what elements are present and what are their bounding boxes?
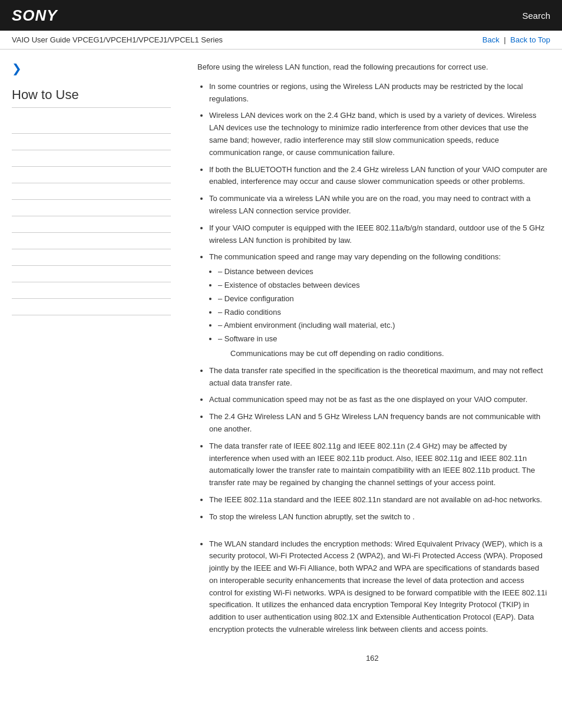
list-item: To stop the wireless LAN function abrupt… (209, 511, 547, 523)
page-number: 162 (366, 654, 379, 663)
page-title: VAIO User Guide VPCEG1/VPCEH1/VPCEJ1/VPC… (12, 35, 223, 44)
search-button[interactable]: Search (522, 11, 550, 21)
header: SONY Search (0, 0, 562, 31)
list-item-with-subbullets: The communication speed and range may va… (209, 251, 547, 360)
list-item: To communicate via a wireless LAN while … (209, 193, 547, 218)
sidebar-item[interactable] (12, 134, 171, 150)
sidebar-item[interactable] (12, 249, 171, 266)
sub-list: Distance between devices Existence of ob… (209, 266, 547, 345)
sidebar-item[interactable] (12, 150, 171, 167)
sidebar-item[interactable] (12, 117, 171, 134)
main-container: ❯ How to Use Before using the wireless L… (0, 50, 562, 686)
list-item: If your VAIO computer is equipped with t… (209, 222, 547, 247)
wlan-list: The WLAN standard includes the encryptio… (197, 538, 547, 636)
nav-bar: VAIO User Guide VPCEG1/VPCEH1/VPCEJ1/VPC… (0, 31, 562, 50)
list-item: The IEEE 802.11a standard and the IEEE 8… (209, 494, 547, 506)
sony-logo: SONY (12, 6, 58, 25)
sidebar-item[interactable] (12, 299, 171, 315)
page-footer: 162 (197, 642, 547, 674)
nav-separator: | (504, 35, 508, 44)
sidebar-item[interactable] (12, 266, 171, 282)
sidebar-title: How to Use (12, 87, 171, 108)
sub-list-item: Device configuration (218, 293, 547, 305)
list-item: The data transfer rate of IEEE 802.11g a… (209, 440, 547, 489)
main-list: In some countries or regions, using the … (197, 81, 547, 523)
nav-links: Back | Back to Top (482, 35, 550, 44)
content-intro: Before using the wireless LAN function, … (197, 61, 547, 74)
back-link[interactable]: Back (482, 35, 500, 44)
sidebar: ❯ How to Use (0, 50, 183, 686)
sidebar-item[interactable] (12, 282, 171, 299)
sub-list-item: Distance between devices (218, 266, 547, 278)
sidebar-item[interactable] (12, 200, 171, 216)
sidebar-item[interactable] (12, 216, 171, 233)
sub-list-item: Radio conditions (218, 307, 547, 319)
list-item: The data transfer rate specified in the … (209, 365, 547, 390)
sub-list-item: Existence of obstacles between devices (218, 279, 547, 292)
wlan-list-item: The WLAN standard includes the encryptio… (209, 538, 547, 636)
content-area: Before using the wireless LAN function, … (183, 50, 562, 686)
list-item: Wireless LAN devices work on the 2.4 GHz… (209, 110, 547, 159)
list-item: The 2.4 GHz Wireless LAN and 5 GHz Wirel… (209, 411, 547, 436)
sub-list-item: Software in use (218, 333, 547, 345)
sidebar-item[interactable] (12, 167, 171, 183)
comm-note: Communications may be cut off depending … (209, 348, 547, 360)
list-item: Actual communication speed may not be as… (209, 394, 547, 406)
back-to-top-link[interactable]: Back to Top (510, 35, 550, 44)
list-item: In some countries or regions, using the … (209, 81, 547, 106)
sub-list-item: Ambient environment (including wall mate… (218, 319, 547, 332)
sidebar-item[interactable] (12, 183, 171, 200)
sidebar-item[interactable] (12, 233, 171, 249)
sidebar-arrow-icon[interactable]: ❯ (12, 61, 171, 75)
list-item: If both the BLUETOOTH function and the 2… (209, 164, 547, 189)
